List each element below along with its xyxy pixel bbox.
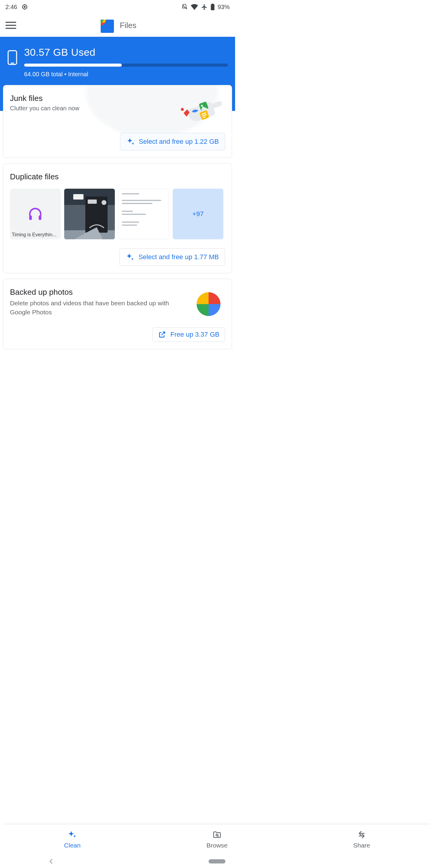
card-title: Backed up photos xyxy=(10,287,184,297)
status-time: 2:46 xyxy=(5,4,17,10)
junk-files-card: Junk files Clutter you can clean now Sel… xyxy=(3,85,232,158)
backedup-free-up-button[interactable]: Free up 3.37 GB xyxy=(153,327,225,342)
menu-button[interactable] xyxy=(5,22,16,29)
duplicate-thumb-more[interactable]: +97 xyxy=(173,189,223,239)
wifi-icon xyxy=(191,4,198,10)
junk-free-up-button[interactable]: Select and free up 1.22 GB xyxy=(120,133,225,150)
action-label: Free up 3.37 GB xyxy=(170,331,219,338)
svg-rect-15 xyxy=(29,216,32,220)
app-title: Files xyxy=(120,21,136,30)
svg-rect-5 xyxy=(8,51,17,64)
sparkle-icon xyxy=(126,137,135,146)
device-icon xyxy=(7,50,18,66)
duplicate-thumb-photo[interactable] xyxy=(64,189,115,239)
google-photos-icon xyxy=(192,287,225,321)
app-bar: Files xyxy=(0,14,235,37)
svg-point-1 xyxy=(24,6,25,7)
duplicate-thumb-audio[interactable]: Timing is Everythin... xyxy=(10,189,61,239)
svg-rect-21 xyxy=(88,199,97,204)
open-in-new-icon xyxy=(158,331,166,338)
headphones-icon xyxy=(27,206,43,222)
svg-rect-2 xyxy=(211,4,214,10)
card-title: Duplicate files xyxy=(10,172,225,181)
action-label: Select and free up 1.77 MB xyxy=(138,253,219,261)
files-app-logo-icon xyxy=(99,18,114,33)
duplicates-free-up-button[interactable]: Select and free up 1.77 MB xyxy=(119,248,225,266)
duplicate-thumb-document[interactable] xyxy=(119,189,169,239)
status-bar: 2:46 93% xyxy=(0,0,235,14)
storage-used-label: 30.57 GB Used xyxy=(24,46,228,58)
thumb-caption: Timing is Everythin... xyxy=(12,232,59,238)
storage-progress-bar xyxy=(24,64,228,67)
target-icon xyxy=(22,4,28,10)
duplicate-files-card: Duplicate files Timing is Everythin... xyxy=(3,163,232,273)
dustpan-icon xyxy=(181,90,226,124)
airplane-mode-icon xyxy=(201,4,208,10)
storage-total-label: 64.00 GB total • Internal xyxy=(24,71,228,78)
do-not-disturb-icon xyxy=(181,4,188,10)
more-count: +97 xyxy=(192,210,204,218)
backed-up-photos-card: Backed up photos Delete photos and video… xyxy=(3,279,232,349)
svg-rect-23 xyxy=(73,194,84,199)
action-label: Select and free up 1.22 GB xyxy=(139,138,219,146)
svg-rect-7 xyxy=(212,101,223,109)
svg-point-14 xyxy=(181,108,184,111)
card-subtitle: Delete photos and videos that have been … xyxy=(10,299,184,317)
svg-rect-16 xyxy=(38,216,41,220)
svg-point-22 xyxy=(101,200,106,205)
battery-percent: 93% xyxy=(218,4,230,10)
svg-rect-3 xyxy=(212,4,213,4)
battery-icon xyxy=(211,4,215,10)
sparkle-icon xyxy=(126,253,134,261)
